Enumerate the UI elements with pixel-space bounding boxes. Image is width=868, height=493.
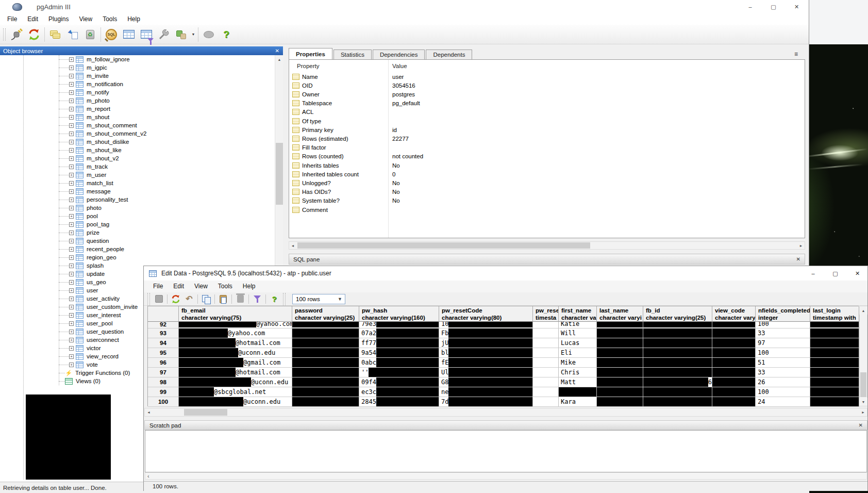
- cell-93-view-code[interactable]: [712, 328, 756, 338]
- menu-edit[interactable]: Edit: [22, 13, 43, 25]
- cell-97-view-code[interactable]: [712, 368, 756, 377]
- close-button[interactable]: ✕: [846, 266, 868, 281]
- property-row-name[interactable]: Nameuser: [291, 72, 804, 81]
- tree-item-vote[interactable]: +vote: [59, 360, 98, 369]
- scroll-left-icon[interactable]: ◄: [289, 242, 296, 249]
- cell-96-last-name[interactable]: [597, 358, 643, 368]
- column-header-last-login[interactable]: last_logintimestamp with: [810, 306, 859, 322]
- cell-97-first-name[interactable]: Chris: [559, 368, 597, 377]
- cell-98-pw-hash[interactable]: 09f4: [359, 377, 439, 387]
- cell-100-rownum[interactable]: 100: [148, 397, 179, 407]
- expand-icon[interactable]: +: [69, 156, 74, 161]
- cell-96-password[interactable]: [292, 358, 359, 368]
- scroll-down-icon[interactable]: ▼: [859, 398, 867, 406]
- expand-icon[interactable]: +: [69, 338, 74, 342]
- cell-99-nfields-completed[interactable]: 100: [756, 387, 810, 397]
- tree-item-photo[interactable]: +photo: [59, 204, 102, 212]
- cell-92-password[interactable]: [292, 322, 359, 328]
- scratch-pad-input[interactable]: [145, 430, 867, 472]
- cell-97-nfields-completed[interactable]: 33: [756, 368, 810, 377]
- refresh-icon[interactable]: [169, 293, 182, 305]
- cell-93-password[interactable]: [292, 328, 359, 338]
- help-icon[interactable]: ?: [218, 26, 235, 43]
- tree-item-m-shout-v2[interactable]: +m_shout_v2: [59, 154, 119, 162]
- cell-100-fb-email[interactable]: @uconn.edu: [179, 397, 292, 407]
- menu-edit[interactable]: Edit: [168, 281, 189, 292]
- tree-item-user-pool[interactable]: +user_pool: [59, 319, 113, 327]
- tab-statistics[interactable]: Statistics: [333, 50, 372, 59]
- cell-92-pw-hash[interactable]: 79e3: [359, 322, 439, 328]
- cell-99-password[interactable]: [292, 387, 359, 397]
- cell-100-first-name[interactable]: Kara: [559, 397, 597, 407]
- sql-lens-icon[interactable]: SQL: [103, 26, 120, 43]
- cell-95-pw-resetcode[interactable]: bl: [439, 348, 533, 358]
- cell-93-first-name[interactable]: Will: [559, 328, 597, 338]
- cell-98-fb-id[interactable]: 6: [643, 377, 712, 387]
- copy-icon[interactable]: [199, 293, 213, 305]
- expand-icon[interactable]: +: [69, 321, 74, 326]
- tree-item-userconnect[interactable]: +userconnect: [59, 336, 119, 344]
- expand-icon[interactable]: +: [69, 132, 74, 136]
- cell-95-first-name[interactable]: Eli: [559, 348, 597, 358]
- cell-98-view-code[interactable]: [712, 377, 756, 387]
- cell-95-fb-id[interactable]: [643, 348, 712, 358]
- tree-item-view-record[interactable]: +view_record: [59, 352, 119, 360]
- scroll-up-icon[interactable]: ▲: [859, 306, 867, 315]
- tree-item-m-igpic[interactable]: +m_igpic: [59, 63, 107, 72]
- tree-item-personality-test[interactable]: +personality_test: [59, 195, 128, 204]
- properties-icon[interactable]: [46, 26, 64, 43]
- tree-item-m-shout-comment[interactable]: +m_shout_comment: [59, 121, 137, 129]
- cell-96-fb-email[interactable]: @gmail.com: [179, 358, 292, 368]
- tree-item-match-list[interactable]: +match_list: [59, 179, 113, 187]
- column-header-nfields-completed[interactable]: nfields_completedinteger: [756, 306, 810, 322]
- cell-97-rownum[interactable]: 97: [148, 368, 179, 377]
- expand-icon[interactable]: +: [69, 264, 74, 268]
- cell-93-fb-email[interactable]: @yahoo.com: [179, 328, 292, 338]
- cell-100-pw-resetcode[interactable]: 7d: [439, 397, 533, 407]
- expand-icon[interactable]: +: [69, 255, 74, 260]
- cell-97-fb-email[interactable]: @hotmail.com: [179, 368, 292, 377]
- tree-item-m-notification[interactable]: +m_notification: [59, 80, 123, 88]
- cell-94-rownum[interactable]: 94: [148, 338, 179, 348]
- expand-icon[interactable]: +: [69, 206, 74, 210]
- cell-98-first-name[interactable]: Matt: [559, 377, 597, 387]
- close-icon[interactable]: ✕: [796, 256, 800, 262]
- property-row-inherited-tables-count[interactable]: Inherited tables count0: [291, 170, 804, 178]
- cell-92-nfields-completed[interactable]: 100: [756, 322, 810, 328]
- menu-tools[interactable]: Tools: [97, 13, 122, 25]
- cell-99-first-name[interactable]: [559, 387, 597, 397]
- cell-95-pw-hash[interactable]: 9a54: [359, 348, 439, 358]
- cell-98-fb-email[interactable]: @uconn.edu: [179, 377, 292, 387]
- cell-95-password[interactable]: [292, 348, 359, 358]
- cell-100-last-name[interactable]: [597, 397, 643, 407]
- cell-100-password[interactable]: [292, 397, 359, 407]
- tree-item-user-interest[interactable]: +user_interest: [59, 311, 121, 319]
- expand-icon[interactable]: +: [69, 280, 74, 285]
- minimize-button[interactable]: –: [739, 0, 762, 13]
- minimize-button[interactable]: –: [802, 266, 824, 281]
- scrollbar-thumb[interactable]: [297, 242, 590, 249]
- tree-item-splash[interactable]: +splash: [59, 261, 104, 270]
- tab-properties[interactable]: Properties: [289, 48, 332, 59]
- tree-item-m-shout-comment-v2[interactable]: +m_shout_comment_v2: [59, 129, 146, 138]
- cell-94-last-name[interactable]: [597, 338, 643, 348]
- properties-hscrollbar[interactable]: ◄ ►: [289, 241, 805, 250]
- property-row-inherits-tables[interactable]: Inherits tablesNo: [291, 161, 804, 170]
- tree-item-user-custom-invite[interactable]: +user_custom_invite: [59, 303, 138, 311]
- column-header-rownum[interactable]: [148, 306, 179, 322]
- tree-item-m-report[interactable]: +m_report: [59, 105, 110, 113]
- tab-dependencies[interactable]: Dependencies: [373, 50, 425, 59]
- cell-100-fb-id[interactable]: [643, 397, 712, 407]
- cell-94-nfields-completed[interactable]: 97: [756, 338, 810, 348]
- help-icon[interactable]: ?: [268, 293, 281, 305]
- expand-icon[interactable]: +: [69, 148, 74, 153]
- cell-99-fb-id[interactable]: [643, 387, 712, 397]
- expand-icon[interactable]: +: [69, 115, 74, 120]
- scrollbar-thumb[interactable]: [276, 143, 283, 205]
- expand-icon[interactable]: +: [69, 82, 74, 87]
- cell-99-view-code[interactable]: [712, 387, 756, 397]
- menu-tools[interactable]: Tools: [213, 281, 238, 292]
- expand-icon[interactable]: +: [69, 198, 74, 202]
- cell-100-pw-hash[interactable]: 2845: [359, 397, 439, 407]
- tree-item-pool-tag[interactable]: +pool_tag: [59, 220, 109, 228]
